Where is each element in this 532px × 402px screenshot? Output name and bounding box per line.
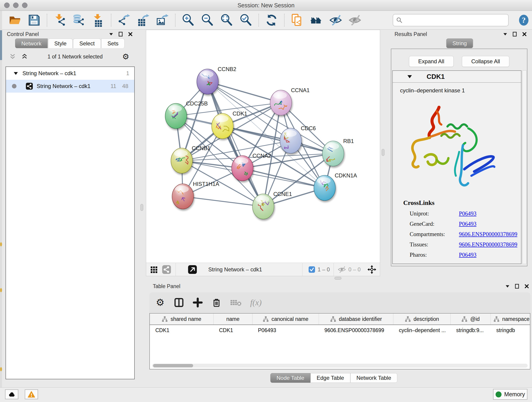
zoom-in-icon[interactable] (181, 13, 195, 27)
cloud-button[interactable] (5, 389, 18, 399)
zoom-out-icon[interactable] (201, 13, 214, 27)
network-node-CCNE1[interactable]: CCNE1 (253, 191, 292, 219)
cell-database-identifier[interactable]: 9606.ENSP00000378699 (319, 325, 393, 336)
show-columns-icon[interactable] (174, 297, 184, 308)
tab-edge-table[interactable]: Edge Table (310, 373, 350, 383)
network-node-CDKN1A[interactable]: CDKN1A (314, 172, 357, 201)
refresh-icon[interactable] (265, 13, 278, 27)
crosslink-link[interactable]: 9606.ENSP00000378699 (459, 241, 517, 248)
column-header-shared-name[interactable]: shared name (150, 313, 214, 325)
left-splitter-handle[interactable] (140, 204, 143, 211)
crosslink-link[interactable]: P06493 (459, 252, 476, 258)
cell-namespace[interactable]: stringdb (491, 325, 530, 336)
network-options-gear-icon[interactable]: ⚙ (122, 53, 129, 61)
toolbar-separator (259, 14, 259, 27)
control-panel-menu-caret-icon[interactable] (109, 32, 114, 37)
copy-network-icon[interactable] (291, 13, 304, 27)
cell-shared-name[interactable]: CDK1 (150, 325, 214, 336)
network-edge[interactable] (183, 196, 263, 206)
collapse-all-button[interactable]: Collapse All (462, 56, 509, 67)
tab-style[interactable]: Style (48, 38, 73, 48)
table-options-gear-icon[interactable]: ⚙ (155, 297, 165, 308)
bottom-splitter-handle[interactable] (335, 277, 341, 280)
network-node-CCNB1[interactable]: CCNB1 (171, 145, 210, 173)
help-icon[interactable]: ? (518, 14, 530, 27)
crosslink-link[interactable]: 9606.ENSP00000378699 (459, 231, 517, 237)
crosslink-link[interactable]: P06493 (459, 211, 476, 217)
open-session-icon[interactable] (8, 13, 22, 27)
share-network-icon[interactable] (162, 265, 171, 274)
create-column-plus-icon[interactable] (192, 297, 203, 308)
table-horizontal-scrollbar[interactable] (152, 364, 528, 368)
column-header-@id[interactable]: @id (451, 313, 491, 325)
tab-network[interactable]: Network (15, 38, 48, 48)
results-panel-close-icon[interactable] (522, 32, 527, 37)
zoom-selected-icon[interactable] (239, 13, 253, 27)
network-node-HIST1H1A[interactable]: HIST1H1A (172, 181, 219, 209)
tab-string[interactable]: String (446, 38, 473, 48)
warning-button[interactable] (25, 389, 38, 399)
network-canvas[interactable]: CCNB2 CCNA1 CDC25B CDK1 CDC6 RB1 CCNB1 C… (146, 30, 380, 263)
show-all-icon[interactable] (348, 13, 361, 27)
column-header-description[interactable]: description (393, 313, 451, 325)
save-session-icon[interactable] (27, 13, 41, 27)
network-edge[interactable] (222, 126, 333, 153)
cdk1-section-header[interactable]: CDK1 (393, 71, 521, 83)
table-row[interactable]: CDK1CDK1P064939606.ENSP00000378699cyclin… (150, 325, 530, 336)
right-splitter-handle[interactable] (382, 149, 385, 156)
expand-all-chevron-up-icon[interactable] (21, 53, 28, 60)
cdk1-expand-caret-icon[interactable] (407, 74, 412, 79)
selected-checkbox-icon[interactable] (308, 266, 315, 273)
first-neighbors-icon[interactable] (310, 13, 323, 27)
table-panel-close-icon[interactable] (524, 284, 529, 289)
tab-select[interactable]: Select (73, 38, 101, 48)
memory-button[interactable]: Memory (493, 389, 527, 400)
delete-column-trash-icon[interactable] (211, 297, 222, 308)
expand-all-button[interactable]: Expand All (409, 56, 454, 67)
network-node-RB1[interactable]: RB1 (322, 138, 354, 166)
table-panel-menu-caret-icon[interactable] (505, 284, 510, 289)
network-edge[interactable] (208, 82, 281, 103)
export-image-icon[interactable] (156, 13, 169, 27)
hide-selected-icon[interactable] (329, 13, 342, 27)
import-table-icon[interactable] (92, 13, 105, 27)
birdseye-navigator-icon[interactable] (367, 265, 377, 274)
network-node-CDK1[interactable]: CDK1 (212, 110, 247, 139)
grid-view-icon[interactable] (149, 265, 159, 274)
cell-canonical-name[interactable]: P06493 (253, 325, 319, 336)
cell-@id[interactable]: stringdb:9... (451, 325, 491, 336)
export-table-icon[interactable] (137, 13, 150, 27)
column-header-database-identifier[interactable]: database identifier (319, 313, 393, 325)
tab-node-table[interactable]: Node Table (270, 373, 310, 383)
results-panel-menu-caret-icon[interactable] (503, 32, 508, 37)
network-collection-row[interactable]: String Network – cdk1 1 (6, 67, 134, 80)
cell-name[interactable]: CDK1 (214, 325, 253, 336)
open-in-new-icon[interactable] (188, 265, 197, 274)
control-panel-close-icon[interactable] (128, 32, 133, 37)
search-input[interactable] (405, 17, 505, 24)
collapse-all-chevron-down-icon[interactable] (9, 53, 16, 60)
tab-network-table[interactable]: Network Table (350, 373, 398, 383)
column-header-namespace[interactable]: namespace (491, 313, 530, 325)
cell-description[interactable]: cyclin–dependent ... (393, 325, 451, 336)
export-network-icon[interactable] (117, 13, 131, 27)
import-network-database-icon[interactable] (72, 13, 86, 27)
crosslink-link[interactable]: P06493 (459, 221, 476, 227)
tab-sets[interactable]: Sets (101, 38, 125, 48)
network-row-selected[interactable]: String Network – cdk1 11 48 (6, 80, 134, 93)
network-node-CDC6[interactable]: CDC6 (280, 125, 316, 153)
column-header-name[interactable]: name (214, 313, 253, 325)
column-header-canonical-name[interactable]: canonical name (253, 313, 319, 325)
scrollbar-thumb[interactable] (153, 364, 193, 367)
search-box[interactable] (393, 14, 509, 26)
collection-expand-caret-icon[interactable] (13, 71, 18, 76)
node-table[interactable]: shared namenamecanonical namedatabase id… (149, 313, 530, 370)
results-scrollbar[interactable] (522, 70, 526, 264)
results-panel-float-icon[interactable] (512, 32, 517, 37)
network-edge[interactable] (208, 82, 263, 206)
network-view[interactable]: CCNB2 CCNA1 CDC25B CDK1 CDC6 RB1 CCNB1 C… (146, 30, 380, 276)
control-panel-float-icon[interactable] (118, 32, 123, 37)
import-network-file-icon[interactable] (53, 13, 66, 27)
zoom-fit-icon[interactable] (220, 13, 233, 27)
table-panel-float-icon[interactable] (515, 284, 520, 289)
